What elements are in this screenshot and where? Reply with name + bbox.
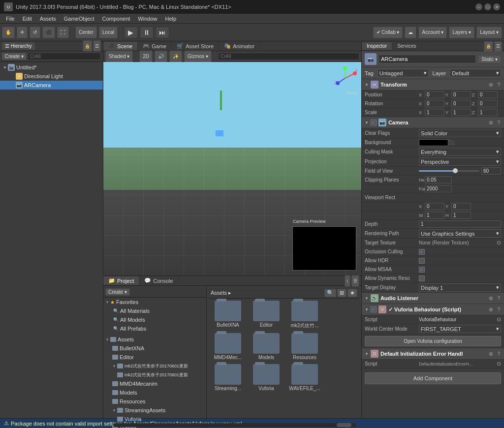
open-vuforia-config-button[interactable]: Open Vuforia configuration (365, 336, 501, 346)
vuforia-script-pick-button[interactable]: ⊙ (497, 316, 501, 323)
allow-hdr-checkbox[interactable] (419, 258, 425, 264)
scene-tab-assetstore[interactable]: 🛒 Asset Store (172, 42, 219, 50)
vp-w-field[interactable] (425, 212, 444, 219)
rot-x-field[interactable] (425, 100, 444, 107)
scene-tab-animator[interactable]: 🎭 Animator (219, 42, 260, 50)
occlusion-checkbox[interactable] (419, 249, 425, 255)
favorites-item[interactable]: ▼ ★ Favorites (103, 298, 206, 306)
audio-settings-button[interactable]: ⚙ (488, 296, 494, 301)
camera-enabled-checkbox[interactable] (371, 120, 377, 125)
hierarchy-menu[interactable]: ☰ (93, 40, 101, 52)
editor-item[interactable]: Editor (103, 353, 206, 362)
inspector-lock[interactable]: 🔒 (484, 41, 493, 52)
menu-help[interactable]: Help (161, 15, 180, 23)
add-component-button[interactable]: Add Component (365, 372, 501, 384)
folder-wavefile[interactable]: WAVEFILE_... (287, 364, 322, 391)
rotate-tool[interactable]: ↺ (30, 27, 40, 38)
all-models-item[interactable]: 🔍 All Models (103, 315, 206, 324)
folder-mk2[interactable]: mk2式佐竹... (287, 301, 322, 329)
clear-flags-dropdown[interactable]: Solid Color▾ (419, 129, 501, 137)
step-button[interactable]: ⏭ (156, 27, 169, 38)
mk2-2-item[interactable]: mk2式佐竹美奈子20170601更新 (103, 370, 206, 379)
hier-untitled[interactable]: ▼ 🎬 Untitled* (0, 63, 103, 72)
layer-dropdown[interactable]: Default▾ (450, 69, 501, 77)
vp-y-field[interactable] (451, 203, 471, 210)
default-init-question-button[interactable]: ? (496, 351, 501, 357)
allow-dyn-checkbox[interactable] (419, 275, 425, 281)
menu-component[interactable]: Component (98, 15, 134, 23)
hier-toggle-untitled[interactable]: ▼ (2, 64, 8, 70)
maximize-button[interactable]: □ (484, 3, 491, 10)
space-button[interactable]: Local (99, 27, 118, 38)
camera-header[interactable]: ▼ 📷 Camera ⚙ ? (362, 117, 504, 128)
mmd4-item[interactable]: MMD4Mecanim (103, 379, 206, 388)
scene-tab-scene[interactable]: ⬛ Scene (103, 42, 138, 50)
audio-toggle[interactable]: 🔊 (155, 51, 167, 62)
object-name-field[interactable] (378, 55, 476, 63)
layout-button[interactable]: Layout ▾ (476, 27, 502, 38)
depth-field[interactable] (419, 220, 501, 228)
camera-settings-button[interactable]: ⚙ (488, 120, 494, 125)
default-init-pick-button[interactable]: ⊙ (497, 361, 501, 367)
transform-settings-button[interactable]: ⚙ (488, 82, 494, 88)
near-field[interactable] (425, 176, 452, 183)
scale-x-field[interactable] (425, 109, 444, 116)
rot-z-field[interactable] (478, 100, 498, 107)
effects-toggle[interactable]: ✨ (169, 51, 182, 62)
hier-arcamera[interactable]: 📷 ARCamera (0, 81, 103, 90)
all-materials-item[interactable]: 🔍 All Materials (103, 306, 206, 315)
layers-button[interactable]: Layers ▾ (449, 27, 474, 38)
console-tab[interactable]: 💬 Console (139, 276, 178, 285)
inspector-menu[interactable]: ☰ (494, 41, 502, 52)
pivot-button[interactable]: Center (75, 27, 97, 38)
gizmos-dropdown[interactable]: Gizmos ▾ (184, 51, 212, 62)
audio-listener-header[interactable]: ▼ 🔊 Audio Listener ⚙ ? (362, 293, 504, 304)
resources-item[interactable]: Resources (103, 397, 206, 406)
vp-h-field[interactable] (451, 212, 471, 219)
scale-y-field[interactable] (451, 109, 471, 116)
menu-edit[interactable]: Edit (19, 15, 36, 23)
hierarchy-lock[interactable]: 🔒 (83, 40, 92, 52)
project-tab[interactable]: 📁 Project (103, 276, 139, 285)
vuforia-header[interactable]: ▼ V ✓ Vuforia Behaviour (Script) ⚙ ? (362, 304, 504, 315)
culling-mask-dropdown[interactable]: Everything▾ (419, 148, 501, 156)
inspector-tab[interactable]: Inspector (362, 42, 392, 50)
allow-msaa-checkbox[interactable] (419, 267, 425, 273)
scene-view[interactable]: X Y Z Persp Camera Preview (103, 62, 361, 275)
scene-search[interactable] (218, 53, 359, 60)
assets-star-btn[interactable]: ★ (347, 289, 357, 297)
all-prefabs-item[interactable]: 🔍 All Prefabs (103, 324, 206, 333)
models-item[interactable]: Models (103, 388, 206, 397)
rot-y-field[interactable] (451, 100, 471, 107)
shading-dropdown[interactable]: Shaded ▾ (105, 51, 133, 62)
mk2-1-item[interactable]: ▼ mk2式佐竹美奈子20170601更新 (103, 362, 206, 370)
cloud-button[interactable]: ☁ (405, 27, 416, 38)
account-button[interactable]: Account ▾ (418, 27, 447, 38)
bottom-collapse[interactable]: ↕ (345, 275, 351, 287)
hierarchy-create-button[interactable]: Create ▾ (2, 53, 27, 60)
fov-slider[interactable] (419, 170, 479, 172)
play-button[interactable]: ▶ (124, 27, 138, 38)
streaming-item[interactable]: ▼ StreamingAssets (103, 406, 206, 415)
scale-z-field[interactable] (478, 109, 498, 116)
assets-filter-btn[interactable]: ⊞ (337, 289, 346, 297)
move-tool[interactable]: ✛ (17, 27, 28, 38)
static-button[interactable]: Static ▾ (478, 55, 501, 63)
menu-file[interactable]: File (2, 15, 19, 23)
folder-streaming[interactable]: Streaming... (211, 364, 245, 391)
rendering-path-dropdown[interactable]: Use Graphics Settings▾ (419, 229, 501, 238)
scene-tab-game[interactable]: 🎮 Game (138, 42, 172, 50)
menu-window[interactable]: Window (134, 15, 161, 23)
world-center-dropdown[interactable]: FIRST_TARGET▾ (419, 325, 501, 333)
vuforia-question-button[interactable]: ? (496, 307, 501, 312)
vuforia-settings-button[interactable]: ⚙ (488, 307, 494, 312)
scale-tool[interactable]: ⬛ (42, 27, 55, 38)
background-color-swatch[interactable] (419, 139, 448, 146)
folder-vuforia[interactable]: Vuforia (249, 364, 284, 391)
folder-bulletxna[interactable]: BulletXNA (211, 301, 245, 329)
pos-z-field[interactable] (478, 91, 498, 98)
far-field[interactable] (425, 185, 452, 192)
hierarchy-tab[interactable]: ☰ Hierarchy (2, 42, 35, 50)
assets-root-item[interactable]: ▼ Assets (103, 335, 206, 344)
folder-mmd4[interactable]: MMD4Mec... (211, 333, 245, 360)
